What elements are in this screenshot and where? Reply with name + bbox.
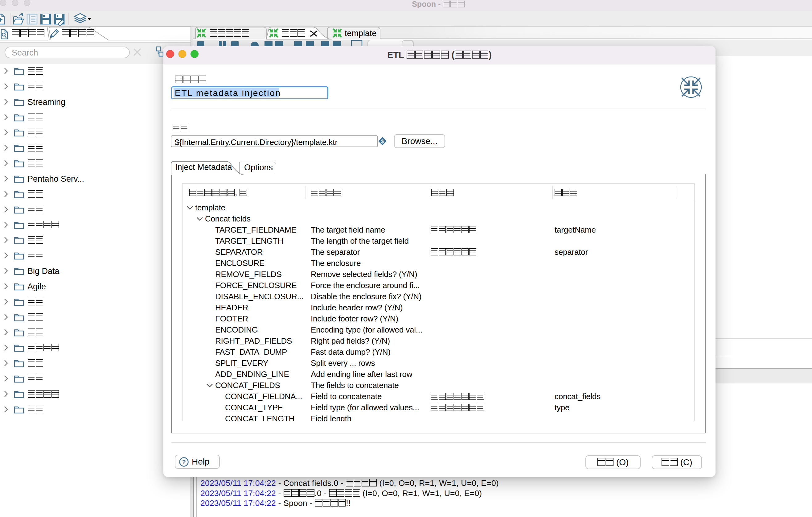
svg-text:?: ? (182, 459, 185, 465)
svg-text:$: $ (381, 138, 384, 144)
